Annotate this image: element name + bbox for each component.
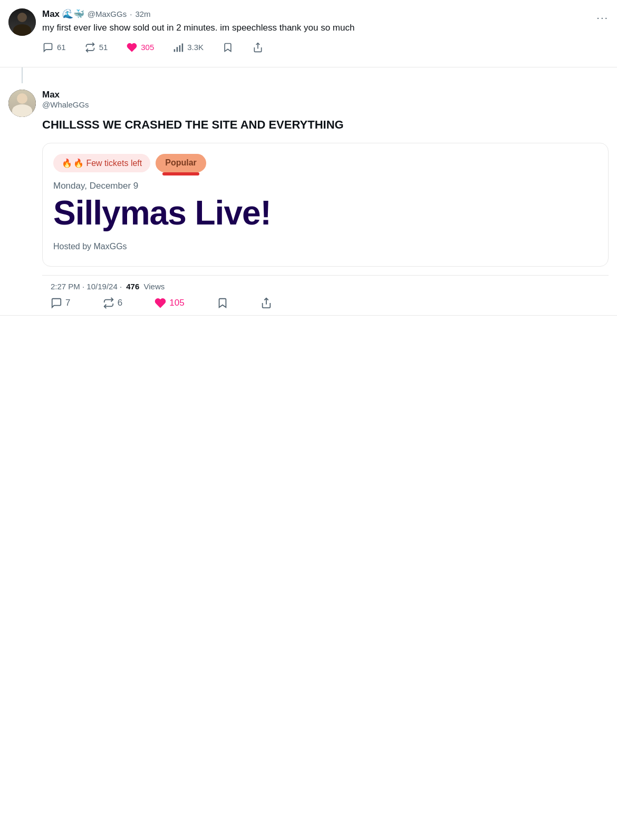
footer-reply-count: 7 — [65, 298, 70, 308]
tweet1-actions: 61 51 — [42, 42, 264, 53]
footer-bookmark-icon — [217, 297, 228, 309]
reply-button[interactable]: 61 — [42, 42, 66, 53]
footer-share-button[interactable] — [261, 297, 272, 309]
svg-rect-1 — [177, 47, 178, 52]
heart-icon — [126, 42, 138, 53]
event-badges: 🔥 🔥 Few tickets left Popular — [53, 154, 597, 172]
footer-reply-icon — [51, 297, 62, 309]
tweet2-display-name: Max — [42, 90, 609, 100]
like-count: 305 — [141, 43, 154, 52]
tweet2-footer-meta: 2:27 PM · 10/19/24 · 476 Views — [51, 282, 600, 291]
few-tickets-label: 🔥 Few tickets left — [73, 158, 142, 168]
retweet-icon — [84, 42, 96, 53]
share-icon — [252, 42, 264, 53]
views-button[interactable]: 3.3K — [172, 42, 204, 53]
share-button[interactable] — [252, 42, 264, 53]
tweet2-text: CHILLSSS WE CRASHED THE SITE AND EVERYTH… — [42, 117, 609, 133]
views-count: 3.3K — [187, 43, 204, 52]
bookmark-icon — [222, 42, 234, 53]
footer-retweet-button[interactable]: 6 — [103, 297, 122, 309]
footer-reply-button[interactable]: 7 — [51, 297, 70, 309]
views-icon — [172, 42, 184, 53]
svg-rect-0 — [174, 49, 176, 52]
more-options-icon[interactable]: ··· — [596, 12, 609, 24]
event-date: Monday, December 9 — [53, 181, 597, 191]
fire-emoji: 🔥 — [62, 158, 72, 168]
tweet1-handle: @MaxGGs — [88, 9, 127, 18]
footer-heart-icon — [155, 297, 166, 309]
retweet-button[interactable]: 51 — [84, 42, 108, 53]
footer-like-count: 105 — [169, 298, 184, 308]
svg-rect-2 — [179, 45, 181, 52]
avatar-maxggs[interactable] — [8, 8, 36, 36]
event-host: Hosted by MaxGGs — [53, 242, 597, 251]
footer-bookmark-button[interactable] — [217, 297, 228, 309]
tweet2-handle: @WhaleGGs — [42, 100, 609, 109]
tweet2-footer: 2:27 PM · 10/19/24 · 476 Views 7 — [42, 275, 609, 315]
footer-like-button[interactable]: 105 — [155, 297, 184, 309]
bookmark-button[interactable] — [222, 42, 234, 53]
retweet-count: 51 — [99, 43, 108, 52]
tweet1-time-value: 32m — [135, 9, 150, 18]
tweet1-text: my first ever live show sold out in 2 mi… — [42, 22, 609, 34]
thread-connector — [22, 67, 23, 83]
avatar-whaleggs[interactable] — [8, 90, 36, 117]
footer-retweet-icon — [103, 297, 114, 309]
footer-retweet-count: 6 — [118, 298, 122, 308]
footer-views-count: 476 — [126, 282, 139, 291]
footer-share-icon — [261, 297, 272, 309]
popular-badge: Popular — [156, 154, 206, 172]
svg-rect-3 — [182, 43, 184, 52]
few-tickets-badge: 🔥 🔥 Few tickets left — [53, 154, 150, 172]
reply-icon — [42, 42, 54, 53]
reply-count: 61 — [57, 43, 66, 52]
event-title: Sillymas Live! — [53, 196, 597, 231]
like-button[interactable]: 305 — [126, 42, 154, 53]
tweet2-footer-actions: 7 6 — [51, 297, 272, 309]
event-card[interactable]: 🔥 🔥 Few tickets left Popular Monday, Dec… — [42, 143, 609, 266]
popular-label: Popular — [165, 158, 197, 167]
tweet1-display-name: Max 🌊🐳 — [42, 8, 84, 19]
footer-views-label: Views — [143, 282, 165, 291]
tweet1-time: · — [130, 9, 132, 18]
footer-time: 2:27 PM · 10/19/24 · — [51, 282, 122, 291]
